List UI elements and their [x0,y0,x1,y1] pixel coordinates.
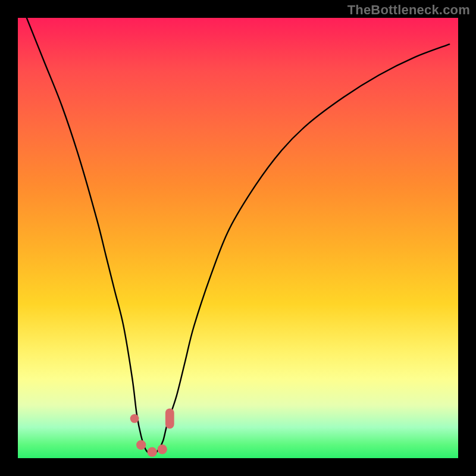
curve-marker [158,444,167,454]
curve-marker [148,447,157,457]
curve-markers [130,408,174,456]
bottleneck-curve [27,18,449,455]
chart-svg [18,18,458,458]
curve-marker [165,408,174,428]
plot-area [18,18,458,458]
curve-marker [130,414,139,423]
attribution-label: TheBottleneck.com [347,2,470,18]
figure-container: TheBottleneck.com [0,0,476,476]
curve-marker [136,440,146,450]
